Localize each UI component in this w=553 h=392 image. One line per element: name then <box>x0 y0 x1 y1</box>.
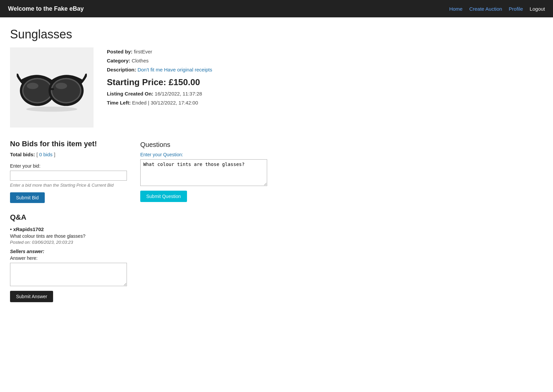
time-left-line: Time Left: Ended | 30/12/2022, 17:42:00 <box>107 100 311 106</box>
qa-item: • xRapids1702 What colour tints are thos… <box>10 226 127 302</box>
nav-links: Home Create Auction Profile Logout <box>449 6 545 12</box>
questions-column: Questions Enter your Question: Submit Qu… <box>140 140 311 202</box>
qa-username: • xRapids1702 <box>10 226 127 232</box>
total-bids-label: Total bids: <box>10 152 35 157</box>
qa-posted: Posted on: 03/06/2023, 20:03:23 <box>10 240 127 245</box>
posted-by-line: Posted by: firstEver <box>107 49 311 54</box>
logout-link[interactable]: Logout <box>530 6 545 12</box>
category-line: Category: Clothes <box>107 58 311 63</box>
item-title: Sunglasses <box>10 27 311 41</box>
posted-by-value: firstEver <box>134 49 152 54</box>
qa-section: Q&A • xRapids1702 What colour tints are … <box>10 213 127 302</box>
no-bids-text: No Bids for this item yet! <box>10 140 127 148</box>
posted-by-label: Posted by: <box>107 49 133 54</box>
submit-question-button[interactable]: Submit Question <box>140 191 187 202</box>
item-details: Posted by: firstEver Category: Clothes D… <box>107 47 311 109</box>
sellers-answer-label: Sellers answer: <box>10 249 127 254</box>
bid-input[interactable] <box>10 171 127 181</box>
bracket-open: [ <box>36 152 39 157</box>
svg-point-9 <box>26 107 77 112</box>
description-label: Description: <box>107 67 136 72</box>
total-bids-line: Total bids: [ 0 bids ] <box>10 152 127 157</box>
time-left-label: Time Left: <box>107 100 131 106</box>
description-line: Description: Don't fit me Have original … <box>107 67 311 72</box>
answer-textarea[interactable] <box>10 263 127 286</box>
create-auction-link[interactable]: Create Auction <box>469 6 502 12</box>
svg-point-6 <box>52 79 80 102</box>
bid-column: No Bids for this item yet! Total bids: [… <box>10 140 127 308</box>
top-section: Posted by: firstEver Category: Clothes D… <box>10 47 311 128</box>
bid-hint: Enter a bid more than the Starting Price… <box>10 183 127 188</box>
question-textarea[interactable] <box>140 159 267 186</box>
listing-created-line: Listing Created On: 16/12/2022, 11:37:28 <box>107 91 311 96</box>
starting-price-label: Starting Price: <box>107 77 166 87</box>
item-image <box>10 47 94 128</box>
svg-point-3 <box>27 83 38 89</box>
answer-here-label: Answer here: <box>10 255 127 261</box>
bottom-section: No Bids for this item yet! Total bids: [… <box>10 140 311 308</box>
qa-title: Q&A <box>10 213 127 222</box>
category-value: Clothes <box>132 58 149 63</box>
zero-bids-link[interactable]: 0 bids <box>39 152 52 157</box>
svg-rect-8 <box>49 88 54 90</box>
home-link[interactable]: Home <box>449 6 463 12</box>
enter-bid-label: Enter your bid: <box>10 163 127 169</box>
time-left-value: Ended | 30/12/2022, 17:42:00 <box>132 100 198 106</box>
enter-question-label: Enter your Question: <box>140 152 311 157</box>
questions-title: Questions <box>140 141 311 149</box>
description-value: Don't fit me Have original receipts <box>138 67 212 72</box>
starting-price: Starting Price: £150.00 <box>107 77 311 87</box>
category-label: Category: <box>107 58 130 63</box>
svg-point-7 <box>55 83 67 89</box>
listing-created-label: Listing Created On: <box>107 91 153 96</box>
submit-bid-button[interactable]: Submit Bid <box>10 192 45 203</box>
starting-price-value: £150.00 <box>169 77 200 87</box>
svg-point-2 <box>23 79 51 102</box>
listing-created-value: 16/12/2022, 11:37:28 <box>155 91 202 96</box>
submit-answer-button[interactable]: Submit Answer <box>10 291 53 302</box>
profile-link[interactable]: Profile <box>509 6 523 12</box>
site-brand: Welcome to the Fake eBay <box>8 5 84 12</box>
qa-question: What colour tints are those glasses? <box>10 233 127 239</box>
bracket-close: ] <box>52 152 55 157</box>
